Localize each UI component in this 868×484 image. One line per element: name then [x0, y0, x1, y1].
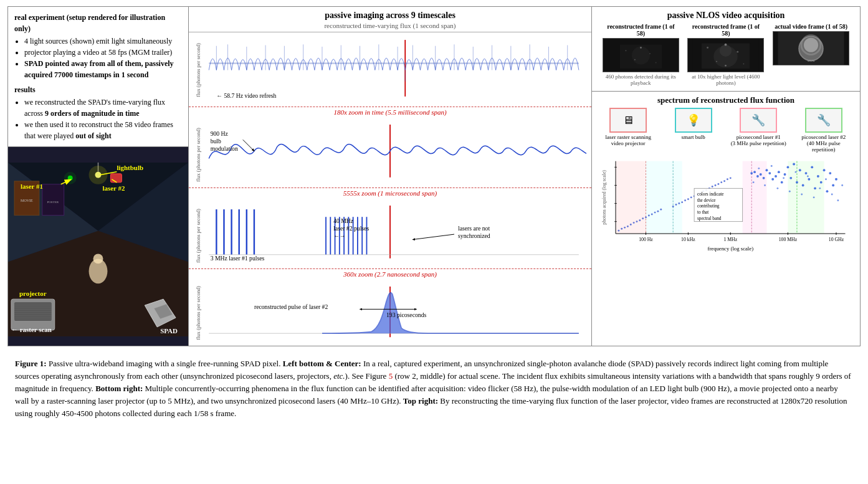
nlos-frame-1: reconstructed frame (1 of 58) — [603, 23, 679, 86]
svg-point-201 — [793, 163, 795, 166]
bullet-3: SPAD pointed away from all of them, pass… — [24, 58, 182, 80]
chart-1s-svg: flux (photons per second) — [194, 35, 586, 105]
svg-point-183 — [720, 181, 722, 183]
svg-text:10 kHz: 10 kHz — [681, 237, 695, 242]
svg-rect-127 — [646, 161, 682, 234]
device-laser1: 🔧 picosecond laser #1(3 MHz pulse repeti… — [730, 108, 787, 153]
spectrum-chart: 100 Hz 10 kHz 1 MHz 100 MHz 10 GHz — [596, 155, 856, 255]
svg-line-96 — [413, 234, 454, 239]
caption-fig-link[interactable]: 5 — [389, 371, 393, 381]
nlos-frame-1-img — [603, 38, 679, 72]
svg-point-114 — [720, 45, 732, 57]
caption-bottom-right-label: Bottom right: — [95, 384, 143, 393]
svg-point-173 — [690, 196, 692, 198]
svg-text:the device: the device — [697, 198, 716, 203]
svg-point-123 — [804, 38, 818, 52]
results-bullets: we reconstructed the SPAD's time-varying… — [24, 97, 182, 141]
spectrum-devices: 🖥 laser raster scanningvideo projector 💡… — [596, 108, 856, 153]
svg-text:photons acquired (log scale): photons acquired (log scale) — [601, 170, 607, 225]
svg-point-203 — [799, 169, 801, 171]
svg-text:SPAD: SPAD — [160, 327, 178, 335]
svg-point-207 — [811, 166, 813, 168]
svg-point-108 — [649, 53, 651, 54]
svg-point-158 — [636, 221, 638, 222]
nlos-frame-2-label: reconstructed frame (1 of 58) — [687, 23, 764, 37]
svg-point-120 — [725, 65, 727, 67]
section-label-2: 5555x zoom (1 microsecond span) — [189, 188, 591, 198]
svg-point-168 — [675, 204, 677, 206]
device-bulb-label: smart bulb — [682, 134, 705, 140]
svg-point-184 — [723, 180, 725, 182]
center-title: passive imaging across 9 timescales — [189, 7, 591, 22]
svg-point-156 — [630, 224, 632, 225]
scene-svg: MOVIE POSTER — [8, 147, 188, 346]
nlos-frame-3-img: MGM — [773, 31, 849, 65]
svg-line-70 — [243, 140, 254, 151]
svg-point-222 — [789, 191, 791, 192]
nlos-title: passive NLOS video acquisition — [596, 11, 856, 21]
svg-text:reconstructed pulse of laser #: reconstructed pulse of laser #2 — [254, 303, 328, 310]
nlos-frame-2-sublabel: at 10x higher light level (4600 photons) — [687, 74, 764, 86]
svg-text:lightbulb: lightbulb — [117, 164, 143, 171]
bullet-2: projector playing a video at 58 fps (MGM… — [24, 47, 182, 58]
svg-point-190 — [760, 173, 762, 176]
svg-point-228 — [825, 178, 827, 180]
svg-text:flux (photons per second): flux (photons per second) — [195, 43, 201, 97]
svg-point-198 — [784, 173, 786, 176]
svg-point-110 — [640, 47, 642, 49]
svg-point-119 — [725, 44, 727, 46]
svg-point-163 — [651, 214, 653, 216]
svg-text:40 MHz: 40 MHz — [333, 217, 354, 224]
svg-point-206 — [808, 178, 810, 181]
svg-text:flux (photons per second): flux (photons per second) — [195, 128, 201, 182]
svg-point-231 — [841, 184, 843, 186]
section-label-3: 360x zoom (2.7 nanosecond span) — [189, 269, 591, 279]
center-subtitle: reconstructed time-varying flux (1 secon… — [189, 22, 591, 32]
svg-point-107 — [634, 59, 636, 60]
svg-point-220 — [776, 187, 778, 189]
svg-point-215 — [835, 178, 837, 181]
svg-text:10 GHz: 10 GHz — [829, 237, 844, 242]
svg-rect-8 — [42, 184, 64, 216]
svg-point-182 — [717, 183, 719, 185]
svg-point-202 — [796, 181, 798, 184]
svg-text:← raster scan: ← raster scan — [11, 326, 52, 333]
svg-point-12 — [89, 166, 108, 184]
svg-point-225 — [807, 175, 809, 177]
svg-point-160 — [642, 217, 644, 219]
svg-point-167 — [672, 206, 674, 207]
caption-text: Figure 1: Passive ultra-wideband imaging… — [15, 358, 853, 420]
svg-point-117 — [737, 51, 739, 53]
svg-point-223 — [795, 171, 797, 173]
caption-top-right-label: Top right: — [403, 396, 438, 406]
svg-text:MGM: MGM — [808, 59, 816, 62]
svg-point-219 — [771, 165, 773, 167]
svg-text:POSTER: POSTER — [47, 201, 59, 204]
chart-1-second: flux (photons per second) — [189, 32, 591, 107]
svg-point-196 — [778, 171, 780, 173]
nlos-frame-1-label: reconstructed frame (1 of 58) — [603, 23, 679, 37]
svg-point-221 — [783, 177, 785, 179]
device-projector-box: 🖥 — [609, 108, 647, 133]
svg-point-118 — [743, 64, 745, 65]
svg-point-172 — [687, 198, 689, 200]
svg-point-194 — [771, 178, 774, 181]
svg-rect-126 — [616, 161, 646, 234]
svg-text:←→: ←→ — [333, 232, 345, 239]
svg-point-116 — [717, 61, 718, 62]
svg-point-157 — [633, 222, 635, 224]
spectrum-section: spectrum of reconstructed flux function … — [592, 92, 860, 346]
svg-point-192 — [766, 169, 768, 171]
svg-point-169 — [678, 202, 680, 204]
svg-text:flux (photons per second): flux (photons per second) — [195, 209, 201, 263]
svg-rect-42 — [209, 62, 579, 64]
svg-text:100 Hz: 100 Hz — [639, 237, 653, 242]
svg-point-195 — [775, 175, 777, 178]
svg-text:← 58.7 Hz video refresh: ← 58.7 Hz video refresh — [216, 92, 276, 99]
svg-text:flux (photons per second): flux (photons per second) — [195, 286, 201, 340]
svg-point-106 — [625, 50, 626, 51]
device-bulb: 💡 smart bulb — [665, 108, 722, 153]
caption-left-label: Left bottom & Center: — [283, 359, 361, 368]
results-title: results — [14, 84, 182, 95]
svg-text:3 MHz laser #1 pulses: 3 MHz laser #1 pulses — [211, 255, 265, 262]
